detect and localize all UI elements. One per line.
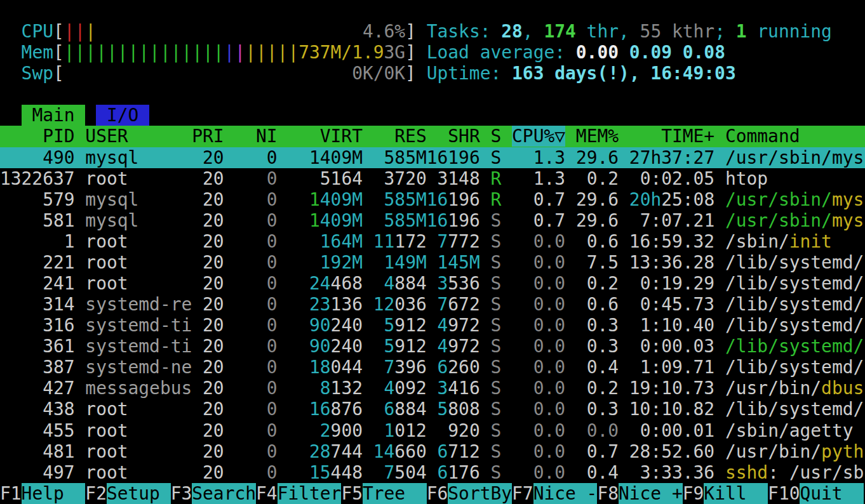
fkey-f9-label[interactable]: Kill <box>704 483 768 504</box>
text-segment <box>75 336 86 357</box>
cell-pri: 20 <box>203 399 224 420</box>
process-row[interactable]: 1322637 root 20 0 5164 3720 3148 R 1.3 0… <box>0 168 865 189</box>
cell-s: S <box>491 399 502 420</box>
text-segment <box>427 420 448 441</box>
cell-virt: 164M <box>320 231 363 252</box>
cell-shr: 920 <box>448 420 479 441</box>
text-segment <box>565 210 576 231</box>
text-segment <box>501 357 512 378</box>
cpu-meter-bracket-open: [ <box>53 21 64 42</box>
fkey-f6[interactable]: F6 <box>427 483 448 504</box>
fkey-f8[interactable]: F8 <box>597 483 619 504</box>
column-header-cpu[interactable]: CPU%▽ <box>512 126 565 147</box>
text-segment <box>619 210 640 231</box>
text-segment <box>373 378 384 399</box>
process-row[interactable]: 481 root 20 0 28744 14660 6712 S 0.0 0.7… <box>0 441 865 462</box>
fkey-f1-label[interactable]: Help <box>22 483 86 504</box>
text-segment <box>373 357 384 378</box>
text-segment <box>0 105 22 126</box>
text-segment <box>75 378 86 399</box>
column-header-pid[interactable]: PID <box>0 126 75 147</box>
text-segment <box>278 231 309 252</box>
cell-cmd: /sbin/ <box>725 231 789 252</box>
fkey-f6-label[interactable]: SortBy <box>448 483 512 504</box>
fkey-f2-label[interactable]: Setup <box>107 483 171 504</box>
text-segment <box>75 357 86 378</box>
text-segment <box>138 210 192 231</box>
tasks-summary: Tasks: 28, 174 thr, 55 kthr; 1 running <box>427 21 832 42</box>
process-row[interactable]: 490 mysql 20 0 1409M 585M16196 S 1.3 29.… <box>0 147 865 168</box>
process-row[interactable]: 316 systemd-ti 20 0 90240 5912 4972 S 0.… <box>0 315 865 336</box>
process-row[interactable]: 438 root 20 0 16876 6884 5808 S 0.0 0.3 … <box>0 399 865 420</box>
column-header-mem[interactable]: MEM% <box>565 126 619 147</box>
process-row[interactable]: 497 root 20 0 15448 7504 6176 S 0.0 0.4 … <box>0 462 865 483</box>
fkey-f8-label[interactable]: Nice + <box>619 483 683 504</box>
process-row[interactable]: 581 mysql 20 0 1409M 585M16196 S 0.7 29.… <box>0 210 865 231</box>
text-segment <box>853 420 864 441</box>
column-header-virt[interactable]: VIRT <box>309 126 363 147</box>
column-header-res[interactable]: RES <box>373 126 427 147</box>
cell-s: S <box>491 252 502 273</box>
fkey-f10-label[interactable]: Quit <box>800 483 864 504</box>
text-segment <box>565 252 587 273</box>
cell-pri: 20 <box>203 189 224 210</box>
text-segment <box>619 462 640 483</box>
column-header-time[interactable]: TIME+ <box>619 126 714 147</box>
fkey-f4-label[interactable]: Filter <box>278 483 342 504</box>
cell-time: 16:59.32 <box>629 231 714 252</box>
cell-pid: 497 <box>43 462 74 483</box>
process-row[interactable]: 221 root 20 0 192M 149M 145M S 0.0 7.5 1… <box>0 252 865 273</box>
text-segment <box>480 378 491 399</box>
cell-cpu: 0.7 <box>533 189 565 210</box>
fkey-f3-label[interactable]: Search <box>192 483 256 504</box>
process-row[interactable]: 579 mysql 20 0 1409M 585M16196 R 0.7 29.… <box>0 189 865 210</box>
text-segment <box>512 168 533 189</box>
tab-main[interactable]: Main <box>22 105 86 126</box>
cell-shr: 6 <box>438 357 448 378</box>
text-segment <box>363 273 373 294</box>
cell-cpu: 0.0 <box>533 462 565 483</box>
fkey-f5[interactable]: F5 <box>341 483 363 504</box>
cell-pid: 481 <box>43 441 74 462</box>
process-row[interactable]: 314 systemd-re 20 0 23136 12036 7672 S 0… <box>0 294 865 315</box>
cell-res: 884 <box>394 273 426 294</box>
cell-virt: 744 <box>331 441 363 462</box>
cell-pid: 314 <box>43 294 74 315</box>
text-segment <box>714 273 725 294</box>
text-segment <box>278 357 309 378</box>
tab-io[interactable]: I/O <box>96 105 149 126</box>
process-row[interactable]: 361 systemd-ti 20 0 90240 5912 4972 S 0.… <box>0 336 865 357</box>
column-header-cmd[interactable]: Command <box>725 126 864 147</box>
column-header-ni[interactable]: NI <box>224 126 278 147</box>
column-header-pri[interactable]: PRI <box>192 126 224 147</box>
text-segment <box>75 294 86 315</box>
process-row[interactable]: 455 root 20 0 2900 1012 920 S 0.0 0.0 0:… <box>0 420 865 441</box>
cell-virt: 90 <box>309 336 331 357</box>
fkey-f5-label[interactable]: Tree <box>363 483 427 504</box>
column-header-s[interactable]: S <box>490 126 501 147</box>
column-header-user[interactable]: USER <box>85 126 192 147</box>
fkey-f10[interactable]: F10 <box>768 483 800 504</box>
process-row[interactable]: 241 root 20 0 24468 4884 3536 S 0.0 0.2 … <box>0 273 865 294</box>
text-segment <box>480 147 491 168</box>
cell-pid: 316 <box>43 315 74 336</box>
cell-time: 20h <box>629 189 661 210</box>
fkey-f3[interactable]: F3 <box>171 483 192 504</box>
cell-res: 585M <box>384 210 427 231</box>
process-row[interactable]: 387 systemd-ne 20 0 18044 7396 6260 S 0.… <box>0 357 865 378</box>
mem-meter-ticks-magenta: | <box>234 42 245 63</box>
text-segment <box>278 462 309 483</box>
fkey-f2[interactable]: F2 <box>85 483 107 504</box>
process-row[interactable]: 427 messagebus 20 0 8132 4092 3416 S 0.0… <box>0 378 865 399</box>
swap-meter-value: 0K/0K <box>352 63 405 84</box>
fkey-f1[interactable]: F1 <box>0 483 22 504</box>
swap-meter-row: Swp[ 0K/0K] Uptime: 163 days(!), 16:49:0… <box>0 63 865 84</box>
fkey-f7[interactable]: F7 <box>512 483 533 504</box>
fkey-f4[interactable]: F4 <box>256 483 278 504</box>
fkey-f9[interactable]: F9 <box>683 483 704 504</box>
column-header-shr[interactable]: SHR <box>427 126 480 147</box>
cell-user: mysql <box>85 210 138 231</box>
process-row[interactable]: 1 root 20 0 164M 11172 7772 S 0.0 0.6 16… <box>0 231 865 252</box>
cell-shr: 3148 <box>438 168 480 189</box>
fkey-f7-label[interactable]: Nice - <box>533 483 598 504</box>
